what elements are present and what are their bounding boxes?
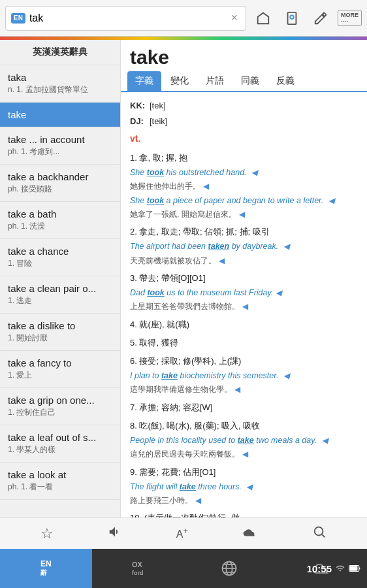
dj-value: [teik] bbox=[150, 114, 167, 129]
sidebar-item-title: take a leaf out of s... bbox=[8, 432, 112, 443]
def-8: 8. 吃(飯), 喝(水), 服(藥); 吸入, 吸收 bbox=[130, 419, 358, 433]
sidebar-item-sub: 1. 控制住自己 bbox=[8, 407, 112, 418]
search-box: EN × bbox=[5, 6, 246, 31]
sound-icon[interactable]: ◀ bbox=[203, 180, 209, 193]
sound-icon[interactable]: ◀ bbox=[242, 300, 248, 313]
tab-ziyi[interactable]: 字義 bbox=[127, 71, 161, 91]
sidebar-header: 英漢漢英辭典 bbox=[0, 40, 120, 65]
sound-icon[interactable]: ◀ bbox=[251, 166, 257, 179]
example-en: She took a piece of paper and began to w… bbox=[130, 194, 358, 208]
sidebar-item-sub: 1. 愛上 bbox=[8, 370, 112, 381]
sidebar-item-take-grip[interactable]: take a grip on one... 1. 控制住自己 bbox=[0, 388, 120, 425]
star-icon[interactable]: ☆ bbox=[40, 525, 54, 542]
sound-icon[interactable]: ◀ bbox=[283, 240, 289, 253]
bottom-nav: EN辭 OXford 10:55 bbox=[0, 549, 367, 588]
top-icons: MORE •••• bbox=[251, 7, 362, 30]
sidebar-item-take-chance[interactable]: take a chance 1. 冒險 bbox=[0, 239, 120, 276]
sidebar-item-sub: 1. 開始討厭 bbox=[8, 333, 112, 344]
svg-rect-8 bbox=[350, 566, 358, 571]
main-content: 英漢漢英辭典 taka n. 1. 孟加拉國貨幣單位 take take ...… bbox=[0, 40, 367, 517]
tabs-bar: 字義 變化 片語 同義 反義 bbox=[121, 71, 367, 92]
nav-en-label: EN辭 bbox=[40, 560, 52, 577]
signal-icon bbox=[336, 564, 345, 573]
sidebar-item-take-leaf[interactable]: take a leaf out of s... 1. 學某人的樣 bbox=[0, 425, 120, 463]
dj-row: DJ: [teik] bbox=[130, 114, 358, 129]
dict-toolbar: ☆ A+ bbox=[0, 517, 367, 549]
sound-icon[interactable]: ◀ bbox=[276, 286, 281, 299]
sidebar-item-title: take a grip on one... bbox=[8, 395, 112, 406]
sidebar-item-take-clean-pair[interactable]: take a clean pair o... 1. 逃走 bbox=[0, 276, 120, 314]
sidebar-item-sub: 1. 冒險 bbox=[8, 258, 112, 269]
sound-icon[interactable]: ◀ bbox=[219, 254, 225, 267]
battery-icon bbox=[349, 564, 360, 572]
audio-icon[interactable] bbox=[108, 525, 122, 542]
top-bar: EN × MORE •••• bbox=[0, 0, 367, 37]
def-9: 9. 需要; 花費; 佔用[O1] bbox=[130, 465, 358, 480]
cloud-icon[interactable] bbox=[242, 525, 258, 542]
def-2: 2. 拿走, 取走; 帶取; 佔領; 抓; 捕; 吸引 bbox=[130, 225, 358, 239]
example-en: People in this locality used to take two… bbox=[130, 434, 358, 448]
sound-icon[interactable]: ◀ bbox=[283, 369, 289, 382]
example-cn: 這兒的居民過去每天吃兩餐飯。◀ bbox=[130, 448, 358, 461]
tab-piyu[interactable]: 片語 bbox=[198, 71, 232, 91]
sidebar-item-take-look[interactable]: take a look at ph. 1. 看一看 bbox=[0, 463, 120, 500]
sidebar-item-taka[interactable]: taka n. 1. 孟加拉國貨幣單位 bbox=[0, 65, 120, 103]
sound-icon[interactable]: ◀ bbox=[195, 494, 201, 507]
sound-icon[interactable]: ◀ bbox=[246, 480, 252, 493]
example-cn: 她拿了一張紙, 開始寫起信來。◀ bbox=[130, 208, 358, 221]
en-badge: EN bbox=[11, 13, 25, 24]
example-en: Dad took us to the museum last Friday.◀ bbox=[130, 286, 358, 300]
example-en: She took his outstretched hand. ◀ bbox=[130, 166, 358, 180]
nav-btn-en[interactable]: EN辭 bbox=[0, 549, 92, 588]
def-3: 3. 帶去; 帶領[O][O1] bbox=[130, 271, 358, 286]
example-cn: 路上要飛三小時。◀ bbox=[130, 494, 358, 507]
sidebar-item-title: take a clean pair o... bbox=[8, 283, 112, 294]
svg-point-1 bbox=[290, 15, 294, 19]
search-icon[interactable] bbox=[312, 525, 327, 543]
example-cn: 她握住他伸出的手。◀ bbox=[130, 180, 358, 193]
sidebar-item-title: take a look at bbox=[8, 469, 112, 480]
sound-icon[interactable]: ◀ bbox=[239, 208, 245, 221]
svg-line-3 bbox=[323, 534, 325, 537]
sidebar-item-take-fancy[interactable]: take a fancy to 1. 愛上 bbox=[0, 351, 120, 388]
sound-icon[interactable]: ◀ bbox=[234, 383, 240, 396]
sidebar-item-title: take ... in account bbox=[8, 134, 112, 145]
svg-point-2 bbox=[315, 527, 323, 535]
sound-icon[interactable]: ◀ bbox=[242, 448, 248, 461]
sound-icon[interactable]: ◀ bbox=[328, 194, 334, 207]
nav-btn-oxford[interactable]: OXford bbox=[92, 549, 184, 588]
sidebar-item-take-bath[interactable]: take a bath ph. 1. 洗澡 bbox=[0, 202, 120, 239]
sidebar-item-title: take bbox=[8, 109, 112, 120]
sound-icon[interactable]: ◀ bbox=[322, 434, 328, 447]
example-cn: 上星期五爸爸帶我們去博物館。◀ bbox=[130, 300, 358, 313]
more-button[interactable]: MORE •••• bbox=[338, 10, 362, 26]
example-cn: 這學期我準備選修生物化學。◀ bbox=[130, 383, 358, 396]
tab-fanyi[interactable]: 反義 bbox=[268, 71, 302, 91]
font-size-icon[interactable]: A+ bbox=[176, 526, 188, 540]
clear-button[interactable]: × bbox=[228, 11, 240, 25]
tab-bianhua[interactable]: 變化 bbox=[163, 71, 197, 91]
sidebar-item-title: take a fancy to bbox=[8, 357, 112, 368]
sidebar-item-take-dislike[interactable]: take a dislike to 1. 開始討厭 bbox=[0, 314, 120, 351]
edit-icon[interactable] bbox=[309, 7, 332, 30]
dict-body: KK: [tek] DJ: [teik] vt. 1. 拿, 取; 握, 抱 S… bbox=[121, 92, 367, 517]
svg-rect-9 bbox=[359, 568, 360, 570]
example-en: The airport had been taken by daybreak. … bbox=[130, 240, 358, 253]
sidebar-item-title: take a chance bbox=[8, 246, 112, 257]
sidebar-item-take-in-account[interactable]: take ... in account ph. 1. 考慮到... bbox=[0, 127, 120, 165]
pos-label: vt. bbox=[130, 131, 358, 147]
sidebar-item-title: take a backhander bbox=[8, 171, 112, 182]
sidebar-item-sub: n. 1. 孟加拉國貨幣單位 bbox=[8, 84, 112, 95]
sidebar-item-title: take a dislike to bbox=[8, 320, 112, 331]
tab-tongyi[interactable]: 同義 bbox=[233, 71, 267, 91]
sidebar-item-title: taka bbox=[8, 72, 112, 83]
sidebar-item-take-backhander[interactable]: take a backhander ph. 接受賄賂 bbox=[0, 165, 120, 202]
bookmark-icon[interactable] bbox=[280, 7, 304, 30]
sidebar-item-take[interactable]: take bbox=[0, 103, 120, 127]
search-input[interactable] bbox=[29, 12, 229, 24]
nav-btn-globe[interactable] bbox=[184, 549, 276, 588]
kk-row: KK: [tek] bbox=[130, 99, 358, 113]
nav-oxford-label: OXford bbox=[132, 561, 144, 577]
sidebar-item-sub: 1. 學某人的樣 bbox=[8, 444, 112, 455]
home-icon[interactable] bbox=[251, 7, 275, 30]
